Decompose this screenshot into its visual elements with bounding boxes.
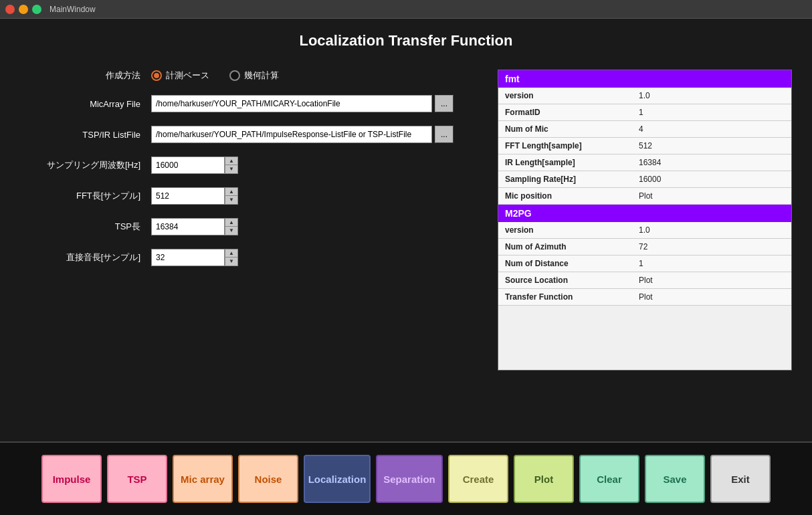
radio-option-geometric[interactable]: 幾何計算	[229, 70, 279, 82]
create-button[interactable]: Create	[448, 455, 508, 503]
save-button[interactable]: Save	[645, 455, 705, 503]
tspir-file-container: ...	[151, 126, 453, 143]
table-cell-key: FormatID	[498, 104, 632, 120]
table-row: Num of Mic4	[498, 121, 791, 138]
direct-sound-spinner: ▲ ▼	[151, 249, 238, 266]
fft-length-input[interactable]	[151, 187, 225, 205]
table-cell-key: Num of Distance	[498, 255, 632, 272]
tsp-length-down[interactable]: ▼	[225, 227, 237, 235]
separation-button[interactable]: Separation	[376, 455, 443, 503]
section2-rows: version1.0Num of Azimuth72Num of Distanc…	[498, 222, 791, 306]
table-row: Mic positionPlot	[498, 188, 791, 205]
table-cell-val: 4	[632, 121, 791, 137]
table-row: version1.0	[498, 222, 791, 239]
direct-sound-input[interactable]	[151, 249, 225, 266]
tsp-button[interactable]: TSP	[107, 455, 167, 503]
tsp-length-spinner: ▲ ▼	[151, 218, 238, 235]
sampling-rate-label: サンプリング周波数[Hz]	[20, 159, 140, 171]
table-cell-val: Plot	[632, 188, 791, 204]
micarray-file-input[interactable]	[151, 95, 432, 112]
fft-length-up[interactable]: ▲	[225, 188, 237, 196]
table-cell-key: Source Location	[498, 272, 632, 288]
table-cell-val: 512	[632, 138, 791, 154]
titlebar: MainWindow	[0, 0, 812, 19]
table-cell-val: 16000	[632, 171, 791, 187]
radio-option-measurement[interactable]: 計測ベース	[151, 70, 209, 82]
clear-button[interactable]: Clear	[579, 455, 639, 503]
micarray-file-label: MicArray File	[20, 99, 140, 109]
section1-header: fmt	[498, 70, 791, 88]
sampling-rate-row: サンプリング周波数[Hz] ▲ ▼	[20, 157, 478, 174]
micarray-browse-button[interactable]: ...	[435, 95, 453, 112]
tspir-listfile-row: TSP/IR ListFile ...	[20, 126, 478, 143]
radio-measurement-circle[interactable]	[151, 70, 162, 81]
tsp-length-up[interactable]: ▲	[225, 219, 237, 227]
table-cell-key: Sampling Rate[Hz]	[498, 171, 632, 187]
sampling-rate-up[interactable]: ▲	[225, 157, 237, 165]
main-area: Localization Transfer Function 作成方法 計測ベー…	[0, 19, 812, 441]
impulse-button[interactable]: Impulse	[41, 455, 102, 503]
sampling-rate-down[interactable]: ▼	[225, 165, 237, 173]
table-row: IR Length[sample]16384	[498, 154, 791, 171]
radio-geometric-circle[interactable]	[229, 70, 240, 81]
table-cell-key: Num of Mic	[498, 121, 632, 137]
table-row: Sampling Rate[Hz]16000	[498, 171, 791, 188]
table-cell-key: version	[498, 88, 632, 104]
fft-length-row: FFT長[サンプル] ▲ ▼	[20, 187, 478, 205]
right-panel[interactable]: fmt version1.0FormatID1Num of Mic4FFT Le…	[498, 70, 792, 371]
table-cell-key: Mic position	[498, 188, 632, 204]
sampling-rate-input[interactable]	[151, 157, 225, 174]
table-cell-val: Plot	[632, 289, 791, 305]
table-row: FFT Length[sample]512	[498, 138, 791, 154]
table-row: Transfer FunctionPlot	[498, 289, 791, 306]
page-title: Localization Transfer Function	[20, 32, 792, 49]
maximize-button[interactable]	[32, 5, 41, 14]
table-cell-key: IR Length[sample]	[498, 154, 632, 171]
radio-group: 計測ベース 幾何計算	[151, 70, 279, 82]
plot-button[interactable]: Plot	[514, 455, 574, 503]
table-row: Num of Azimuth72	[498, 239, 791, 255]
tsp-length-input[interactable]	[151, 218, 225, 235]
fft-length-down[interactable]: ▼	[225, 196, 237, 204]
table-row: FormatID1	[498, 104, 791, 121]
table-cell-val: 1.0	[632, 222, 791, 238]
micarray-file-container: ...	[151, 95, 453, 112]
table-cell-key: version	[498, 222, 632, 238]
section2-header: M2PG	[498, 205, 791, 222]
fft-length-spinner: ▲ ▼	[151, 187, 238, 205]
noise-button[interactable]: Noise	[238, 455, 298, 503]
direct-sound-label: 直接音長[サンプル]	[20, 251, 140, 264]
table-row: Source LocationPlot	[498, 272, 791, 289]
direct-sound-up[interactable]: ▲	[225, 249, 237, 258]
tsp-length-row: TSP長 ▲ ▼	[20, 218, 478, 235]
table-cell-val: 1	[632, 255, 791, 272]
table-cell-key: Num of Azimuth	[498, 239, 632, 255]
exit-button[interactable]: Exit	[710, 455, 771, 503]
direct-sound-row: 直接音長[サンプル] ▲ ▼	[20, 249, 478, 266]
table-cell-key: Transfer Function	[498, 289, 632, 305]
left-panel: 作成方法 計測ベース 幾何計算 MicArray File	[20, 70, 478, 428]
bottom-bar: Impulse TSP Mic array Noise Localization…	[0, 441, 812, 515]
table-cell-key: FFT Length[sample]	[498, 138, 632, 154]
creation-method-row: 作成方法 計測ベース 幾何計算	[20, 70, 478, 82]
table-cell-val: 1.0	[632, 88, 791, 104]
table-cell-val: 1	[632, 104, 791, 120]
direct-sound-down[interactable]: ▼	[225, 258, 237, 266]
table-row: Num of Distance1	[498, 255, 791, 272]
close-button[interactable]	[5, 5, 15, 14]
tspir-browse-button[interactable]: ...	[435, 126, 453, 143]
table-cell-val: 16384	[632, 154, 791, 171]
sampling-rate-arrows: ▲ ▼	[225, 157, 238, 174]
localization-button[interactable]: Localization	[304, 455, 371, 503]
micarray-button[interactable]: Mic array	[173, 455, 233, 503]
micarray-file-row: MicArray File ...	[20, 95, 478, 112]
table-cell-val: 72	[632, 239, 791, 255]
radio-geometric-label: 幾何計算	[244, 70, 279, 82]
tsp-length-label: TSP長	[20, 221, 140, 233]
tspir-listfile-input[interactable]	[151, 126, 432, 143]
minimize-button[interactable]	[19, 5, 28, 14]
fft-length-arrows: ▲ ▼	[225, 187, 238, 205]
table-row: version1.0	[498, 88, 791, 104]
fft-length-label: FFT長[サンプル]	[20, 190, 140, 202]
radio-measurement-label: 計測ベース	[166, 70, 209, 82]
